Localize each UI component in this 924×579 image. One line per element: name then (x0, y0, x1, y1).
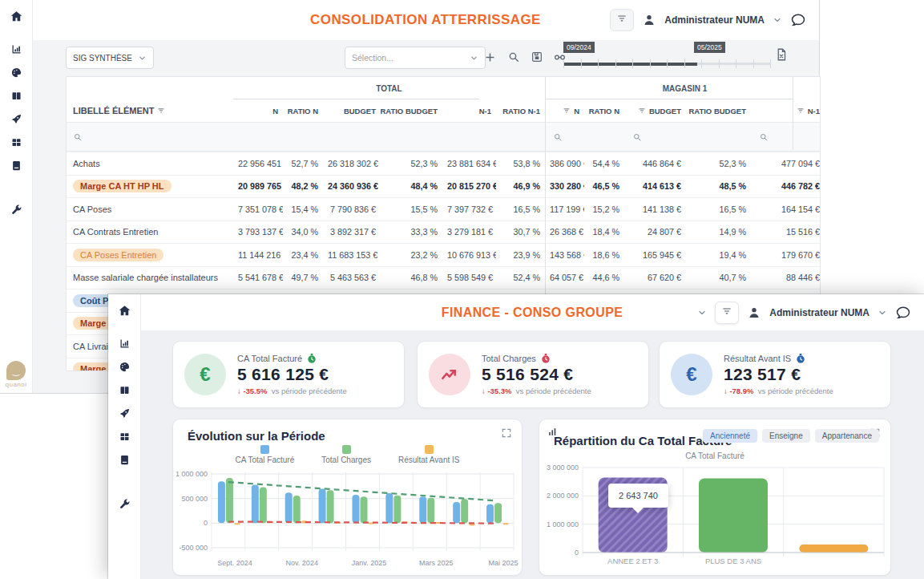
sidebar-item-book[interactable] (108, 448, 140, 472)
legend-item[interactable]: CA Total Facturé (236, 445, 295, 464)
save-layout-button[interactable] (530, 50, 544, 64)
period-start-handle[interactable]: 09/2024 (563, 42, 595, 53)
chat-icon[interactable] (790, 12, 806, 28)
chevron-down-icon[interactable] (773, 15, 782, 25)
sidebar-item-bar-chart[interactable] (108, 332, 140, 355)
row-cell: 143 568 € (545, 250, 584, 260)
tab-ancienneté[interactable]: Ancienneté (703, 429, 757, 443)
kpi-card-2[interactable]: Total Charges 5 516 524 €↓ -35.3% vs pér… (417, 341, 649, 408)
add-button[interactable] (482, 50, 497, 64)
search-icon[interactable] (759, 132, 820, 142)
slider-range[interactable] (563, 63, 697, 66)
chat-icon[interactable] (895, 305, 911, 321)
sidebar-item-palette[interactable] (108, 355, 140, 379)
svg-text:Sept. 2024: Sept. 2024 (217, 559, 252, 567)
table-row[interactable]: Marge CA HT HP HL20 989 765 €48,2 %24 36… (67, 175, 820, 198)
sidebar-item-table[interactable] (0, 131, 32, 154)
filter-icon (721, 306, 732, 320)
table-row[interactable]: CA Poses Entretien11 144 216 €23,4 %11 6… (67, 243, 820, 266)
table-filter-row (67, 122, 820, 152)
search-button[interactable] (506, 50, 521, 64)
sidebar-item-palette[interactable] (0, 61, 32, 84)
row-cell: 46,5 % (584, 181, 624, 191)
kpi-card-1[interactable]: €CA Total Facturé 5 616 125 €↓ -35.5% vs… (172, 341, 405, 408)
svg-text:1 000 000: 1 000 000 (547, 520, 579, 528)
evolution-chart[interactable]: 1 000 000500 0000-500 000Sept. 2024Nov. … (176, 468, 520, 572)
row-cell: 54,4 % (584, 159, 624, 168)
row-cell: 26 368 € (545, 227, 584, 237)
table-group-row: TOTALMAGASIN 1 (67, 77, 820, 99)
chevron-down-icon[interactable] (878, 308, 887, 318)
col-header-mag-3[interactable]: RATIO BUDGET (686, 107, 751, 115)
slider-tick (615, 59, 616, 68)
row-cell: 53,8 % (496, 159, 545, 168)
row-cell: 48,4 % (381, 181, 442, 191)
assistant-logo[interactable]: ‿ quanoi (0, 361, 32, 388)
kpi-delta: ↓ -35.3% vs période précédente (482, 387, 591, 395)
sidebar-item-wrench[interactable] (0, 198, 32, 221)
table-row[interactable]: CA Contrats Entretien3 793 137 €34,0 %3 … (67, 221, 820, 244)
sidebar-item-home[interactable] (108, 299, 140, 322)
sidebar-item-table[interactable] (108, 425, 140, 448)
col-header-mag-4[interactable]: N-1 (751, 107, 821, 115)
sidebar-item-rocket[interactable] (0, 107, 32, 131)
filter-button[interactable] (715, 302, 739, 324)
col-header-libelle[interactable]: LIBELLÉ ÉLÉMENT (67, 106, 233, 115)
sidebar-item-rocket[interactable] (108, 402, 140, 425)
kpi-icon-circle: € (671, 354, 712, 395)
slider-tick (719, 59, 720, 68)
search-icon[interactable] (73, 132, 228, 142)
page-title: CONSOLIDATION ATTERRISSAGE (310, 12, 541, 28)
table-row[interactable]: Masse salariale chargée installateurs5 5… (67, 266, 820, 290)
filter-icon (616, 13, 627, 27)
table-row[interactable]: Achats22 956 451 €52,7 %26 318 302 €52,3… (67, 152, 820, 175)
row-cell: 165 945 € (624, 250, 686, 260)
table-row[interactable]: CA Poses7 351 078 €15,4 %7 790 836 €15,5… (67, 197, 820, 221)
kpi-card-3[interactable]: €Résultat Avant IS 123 517 €↓ -78.9% vs … (659, 341, 891, 408)
col-header-total-2[interactable]: BUDGET (323, 107, 381, 115)
repartition-chart-card: Répartition du Ca Total Facturé Ancienne… (539, 419, 891, 576)
palette-icon (119, 361, 131, 373)
period-end-handle[interactable]: 05/2025 (694, 42, 725, 53)
col-header-total-5[interactable]: RATIO N-1 (496, 107, 545, 115)
sidebar-item-bar-chart[interactable] (0, 38, 32, 61)
view-select-value: SIG SYNTHÈSE (73, 54, 138, 63)
filter-button[interactable] (610, 9, 634, 31)
repartition-chart[interactable]: 3 000 0002 000 0001 000 0000ANNEE 2 ET 3… (544, 463, 887, 575)
legend-item[interactable]: Résultat Avant IS (398, 445, 460, 464)
kpi-delta: ↓ -35.5% vs période précédente (237, 387, 347, 395)
tab-appartenance[interactable]: Appartenance (815, 429, 879, 443)
col-header-total-1[interactable]: RATIO N (283, 107, 323, 115)
kpi-label: Résultat Avant IS (724, 354, 833, 363)
col-header-total-0[interactable]: N (233, 107, 283, 115)
chevron-down-icon[interactable] (697, 308, 707, 318)
col-header-total-3[interactable]: RATIO BUDGET (381, 107, 442, 115)
search-icon[interactable] (632, 132, 681, 142)
search-icon[interactable] (553, 132, 579, 142)
row-cell: 7 790 836 € (323, 204, 381, 214)
sidebar-item-wrench[interactable] (108, 492, 140, 516)
svg-text:Mars 2025: Mars 2025 (419, 559, 454, 567)
col-header-mag-1[interactable]: RATIO N (584, 107, 624, 115)
search-icon (507, 51, 520, 63)
timer-badge-icon (541, 354, 551, 363)
legend-item[interactable]: Total Charges (321, 445, 371, 464)
sidebar-item-columns[interactable] (108, 379, 140, 402)
tab-enseigne[interactable]: Enseigne (762, 429, 810, 443)
sidebar-item-book[interactable] (0, 154, 32, 177)
row-cell: 18,4 % (584, 227, 624, 237)
sidebar-item-columns[interactable] (0, 84, 32, 107)
period-slider[interactable]: 09/2024 05/2025 (563, 42, 770, 72)
row-cell: 15,4 % (283, 204, 323, 214)
selection-select[interactable]: Sélection... (345, 47, 486, 69)
view-select[interactable]: SIG SYNTHÈSE (66, 47, 154, 69)
user-name: Administrateur NUMA (769, 307, 870, 318)
expand-icon[interactable] (501, 427, 512, 442)
sidebar-item-home[interactable] (0, 5, 32, 28)
row-cell: 88 446 € (751, 273, 821, 282)
svg-text:Mai 2025: Mai 2025 (489, 559, 518, 567)
col-header-mag-2[interactable]: BUDGET (624, 107, 686, 115)
col-header-total-4[interactable]: N-1 (442, 107, 496, 115)
col-header-mag-0[interactable]: N (545, 107, 584, 115)
export-excel-button[interactable] (774, 47, 789, 62)
